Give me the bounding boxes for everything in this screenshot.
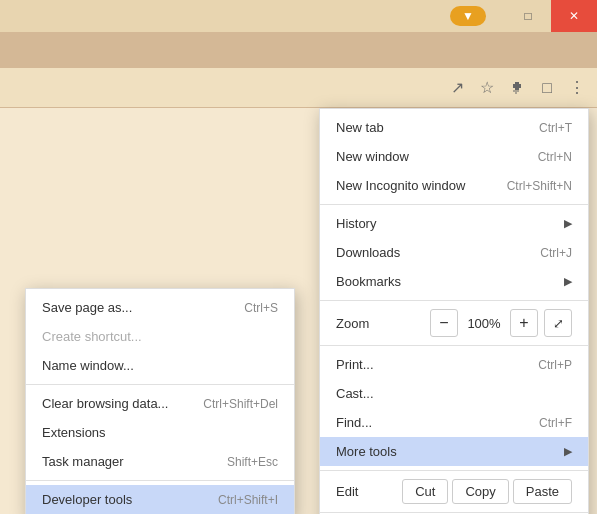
zoom-in-button[interactable]: +: [510, 309, 538, 337]
edit-row: Edit Cut Copy Paste: [320, 475, 588, 508]
toolbar: ↗ ☆ □ ⋮: [0, 68, 597, 108]
share-icon[interactable]: ↗: [445, 76, 469, 100]
sep-c: [320, 345, 588, 346]
save-page-as-item[interactable]: Save page as... Ctrl+S: [26, 293, 294, 322]
paste-button[interactable]: Paste: [513, 479, 572, 504]
name-window-item[interactable]: Name window...: [26, 351, 294, 380]
new-incognito-item[interactable]: New Incognito window Ctrl+Shift+N: [320, 171, 588, 200]
zoom-row: Zoom − 100% + ⤢: [320, 305, 588, 341]
tab-search-icon[interactable]: □: [535, 76, 559, 100]
create-shortcut-item[interactable]: Create shortcut...: [26, 322, 294, 351]
title-bar: ▼ – □ ✕: [0, 0, 597, 32]
menu-icon[interactable]: ⋮: [565, 76, 589, 100]
edit-buttons: Cut Copy Paste: [402, 479, 572, 504]
developer-tools-item[interactable]: Developer tools Ctrl+Shift+I: [26, 485, 294, 514]
sep-d: [320, 470, 588, 471]
tab-bar: [0, 32, 597, 68]
window-controls: ▼ – □ ✕: [459, 0, 597, 32]
copy-button[interactable]: Copy: [452, 479, 508, 504]
new-tab-item[interactable]: New tab Ctrl+T: [320, 113, 588, 142]
main-area: Save page as... Ctrl+S Create shortcut..…: [0, 108, 597, 514]
clear-browsing-data-item[interactable]: Clear browsing data... Ctrl+Shift+Del: [26, 389, 294, 418]
find-item[interactable]: Find... Ctrl+F: [320, 408, 588, 437]
extensions-icon[interactable]: [505, 76, 529, 100]
cast-item[interactable]: Cast...: [320, 379, 588, 408]
bookmark-icon[interactable]: ☆: [475, 76, 499, 100]
task-manager-item[interactable]: Task manager Shift+Esc: [26, 447, 294, 476]
history-item[interactable]: History ▶: [320, 209, 588, 238]
print-item[interactable]: Print... Ctrl+P: [320, 350, 588, 379]
sep-e: [320, 512, 588, 513]
fullscreen-button[interactable]: ⤢: [544, 309, 572, 337]
main-menu: New tab Ctrl+T New window Ctrl+N New Inc…: [319, 108, 589, 514]
new-window-item[interactable]: New window Ctrl+N: [320, 142, 588, 171]
more-tools-item[interactable]: More tools ▶: [320, 437, 588, 466]
separator-1: [26, 384, 294, 385]
sep-a: [320, 204, 588, 205]
cut-button[interactable]: Cut: [402, 479, 448, 504]
bookmarks-item[interactable]: Bookmarks ▶: [320, 267, 588, 296]
extensions-item[interactable]: Extensions: [26, 418, 294, 447]
zoom-out-button[interactable]: −: [430, 309, 458, 337]
more-tools-submenu: Save page as... Ctrl+S Create shortcut..…: [25, 288, 295, 514]
zoom-controls: − 100% + ⤢: [430, 309, 572, 337]
close-button[interactable]: ✕: [551, 0, 597, 32]
maximize-button[interactable]: □: [505, 0, 551, 32]
separator-2: [26, 480, 294, 481]
tab-dropdown-icon[interactable]: ▼: [450, 6, 486, 26]
sep-b: [320, 300, 588, 301]
downloads-item[interactable]: Downloads Ctrl+J: [320, 238, 588, 267]
